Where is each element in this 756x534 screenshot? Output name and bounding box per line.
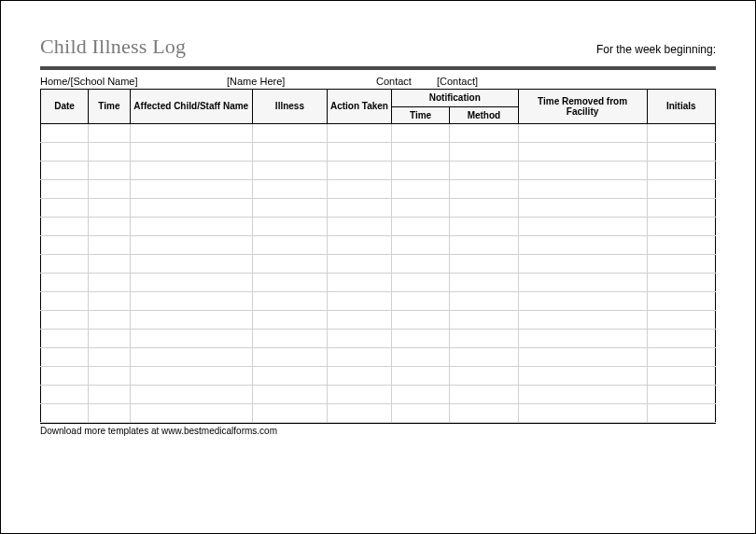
table-cell[interactable] xyxy=(252,330,327,348)
table-cell[interactable] xyxy=(518,367,647,386)
table-cell[interactable] xyxy=(450,348,518,367)
table-cell[interactable] xyxy=(89,236,130,255)
table-cell[interactable] xyxy=(327,236,391,255)
table-cell[interactable] xyxy=(647,404,715,423)
table-cell[interactable] xyxy=(41,274,89,292)
table-cell[interactable] xyxy=(41,199,89,218)
table-cell[interactable] xyxy=(89,330,130,348)
table-cell[interactable] xyxy=(89,386,130,404)
table-cell[interactable] xyxy=(89,404,130,423)
table-cell[interactable] xyxy=(327,199,391,218)
table-cell[interactable] xyxy=(450,274,518,292)
table-cell[interactable] xyxy=(450,404,518,423)
table-cell[interactable] xyxy=(450,236,518,255)
table-cell[interactable] xyxy=(327,330,391,348)
table-cell[interactable] xyxy=(89,274,130,292)
table-cell[interactable] xyxy=(252,348,327,367)
table-cell[interactable] xyxy=(518,404,647,423)
table-cell[interactable] xyxy=(327,386,391,404)
table-cell[interactable] xyxy=(89,218,130,236)
table-cell[interactable] xyxy=(647,162,715,180)
table-cell[interactable] xyxy=(252,180,327,199)
table-cell[interactable] xyxy=(89,162,130,180)
table-cell[interactable] xyxy=(647,218,715,236)
table-cell[interactable] xyxy=(252,404,327,423)
table-cell[interactable] xyxy=(130,386,252,404)
table-cell[interactable] xyxy=(327,162,391,180)
table-cell[interactable] xyxy=(647,143,715,162)
table-cell[interactable] xyxy=(41,124,89,143)
table-cell[interactable] xyxy=(252,124,327,143)
table-cell[interactable] xyxy=(518,218,647,236)
table-cell[interactable] xyxy=(327,124,391,143)
table-cell[interactable] xyxy=(647,236,715,255)
table-cell[interactable] xyxy=(450,143,518,162)
table-cell[interactable] xyxy=(89,124,130,143)
table-cell[interactable] xyxy=(518,348,647,367)
table-cell[interactable] xyxy=(391,292,449,311)
table-cell[interactable] xyxy=(130,255,252,274)
table-cell[interactable] xyxy=(89,292,130,311)
table-cell[interactable] xyxy=(391,367,449,386)
table-cell[interactable] xyxy=(89,255,130,274)
table-cell[interactable] xyxy=(130,236,252,255)
table-cell[interactable] xyxy=(41,348,89,367)
table-cell[interactable] xyxy=(41,404,89,423)
table-cell[interactable] xyxy=(327,311,391,330)
table-cell[interactable] xyxy=(89,199,130,218)
table-cell[interactable] xyxy=(647,292,715,311)
table-cell[interactable] xyxy=(391,386,449,404)
table-cell[interactable] xyxy=(130,367,252,386)
table-cell[interactable] xyxy=(41,367,89,386)
table-cell[interactable] xyxy=(450,330,518,348)
table-cell[interactable] xyxy=(518,199,647,218)
table-cell[interactable] xyxy=(130,348,252,367)
table-cell[interactable] xyxy=(391,330,449,348)
table-cell[interactable] xyxy=(647,274,715,292)
table-cell[interactable] xyxy=(41,162,89,180)
table-cell[interactable] xyxy=(518,386,647,404)
table-cell[interactable] xyxy=(518,311,647,330)
table-cell[interactable] xyxy=(327,218,391,236)
table-cell[interactable] xyxy=(647,367,715,386)
table-cell[interactable] xyxy=(252,292,327,311)
table-cell[interactable] xyxy=(518,330,647,348)
table-cell[interactable] xyxy=(450,292,518,311)
table-cell[interactable] xyxy=(391,404,449,423)
table-cell[interactable] xyxy=(518,180,647,199)
table-cell[interactable] xyxy=(89,143,130,162)
table-cell[interactable] xyxy=(647,330,715,348)
table-cell[interactable] xyxy=(647,124,715,143)
table-cell[interactable] xyxy=(130,199,252,218)
table-cell[interactable] xyxy=(327,292,391,311)
table-cell[interactable] xyxy=(518,143,647,162)
table-cell[interactable] xyxy=(130,143,252,162)
table-cell[interactable] xyxy=(252,162,327,180)
table-cell[interactable] xyxy=(130,292,252,311)
table-cell[interactable] xyxy=(130,404,252,423)
table-cell[interactable] xyxy=(518,274,647,292)
table-cell[interactable] xyxy=(450,218,518,236)
table-cell[interactable] xyxy=(647,255,715,274)
table-cell[interactable] xyxy=(252,199,327,218)
table-cell[interactable] xyxy=(391,255,449,274)
table-cell[interactable] xyxy=(450,386,518,404)
table-cell[interactable] xyxy=(41,292,89,311)
table-cell[interactable] xyxy=(252,367,327,386)
table-cell[interactable] xyxy=(391,218,449,236)
table-cell[interactable] xyxy=(252,386,327,404)
table-cell[interactable] xyxy=(41,311,89,330)
table-cell[interactable] xyxy=(327,255,391,274)
table-cell[interactable] xyxy=(647,180,715,199)
table-cell[interactable] xyxy=(450,180,518,199)
table-cell[interactable] xyxy=(41,143,89,162)
table-cell[interactable] xyxy=(41,255,89,274)
table-cell[interactable] xyxy=(391,143,449,162)
table-cell[interactable] xyxy=(518,124,647,143)
table-cell[interactable] xyxy=(89,180,130,199)
table-cell[interactable] xyxy=(647,386,715,404)
table-cell[interactable] xyxy=(89,348,130,367)
table-cell[interactable] xyxy=(450,367,518,386)
table-cell[interactable] xyxy=(391,180,449,199)
table-cell[interactable] xyxy=(450,255,518,274)
